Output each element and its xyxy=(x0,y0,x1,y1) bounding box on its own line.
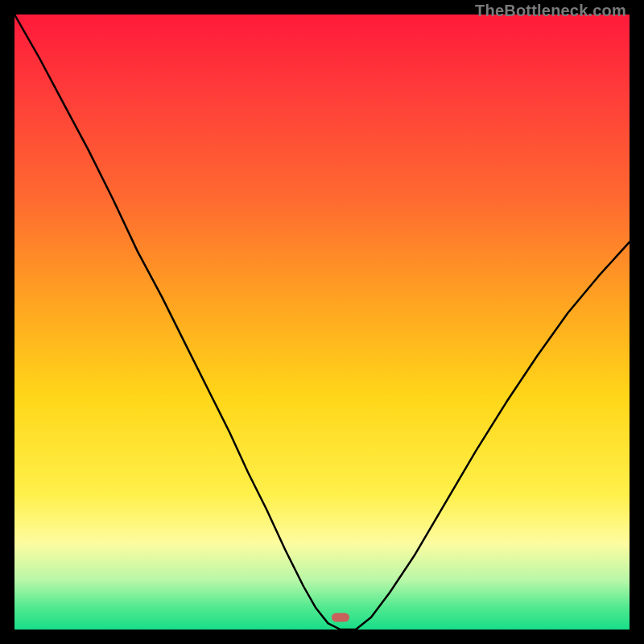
chart-svg xyxy=(14,14,630,630)
optimal-marker xyxy=(332,613,349,621)
chart-frame: TheBottleneck.com xyxy=(0,0,644,644)
watermark-text: TheBottleneck.com xyxy=(475,2,626,20)
plot-area xyxy=(14,14,630,630)
gradient-background xyxy=(14,14,630,630)
